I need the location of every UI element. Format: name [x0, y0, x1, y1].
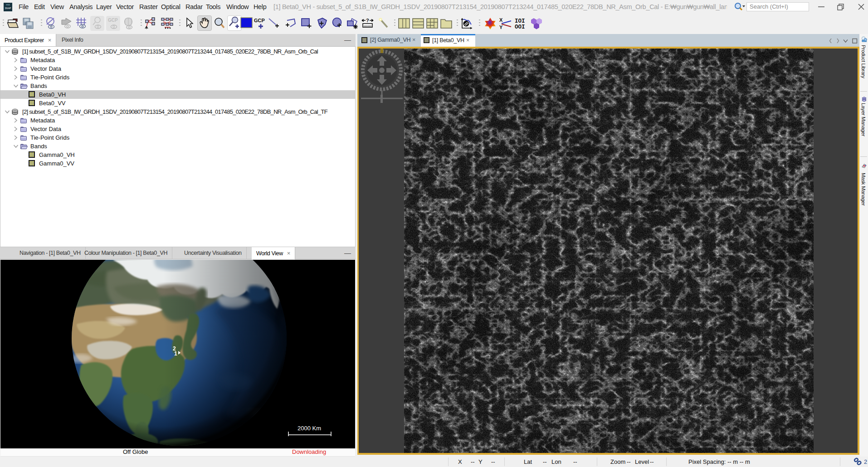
- svg-text:1: 1: [174, 350, 177, 357]
- svg-text:X: X: [499, 17, 503, 23]
- svg-text:OOI: OOI: [515, 24, 525, 30]
- svg-text:GCP: GCP: [108, 18, 118, 23]
- svg-text:Y: Y: [499, 24, 503, 30]
- svg-text:2000 Km: 2000 Km: [297, 425, 321, 432]
- svg-text:?: ?: [366, 18, 369, 23]
- svg-text:IOI: IOI: [515, 18, 525, 24]
- svg-text:GCP: GCP: [254, 18, 265, 23]
